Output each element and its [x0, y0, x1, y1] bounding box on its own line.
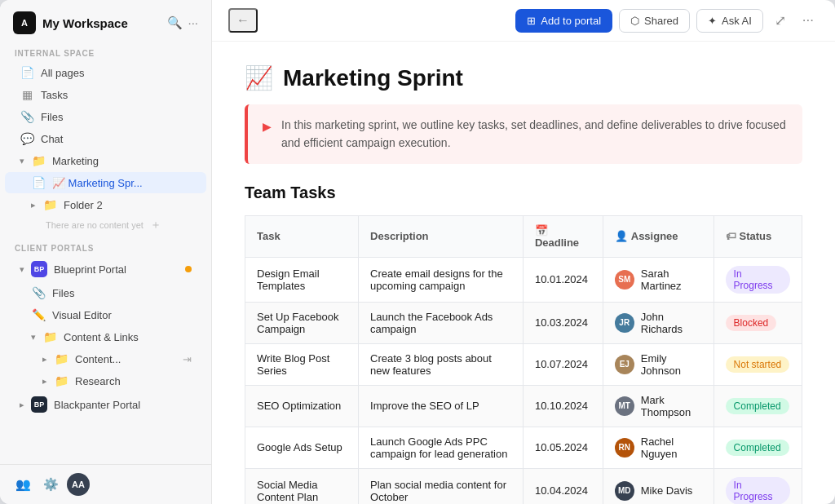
sidebar-item-all-pages[interactable]: 📄 All pages — [5, 62, 206, 83]
chevron-down-icon: ▾ — [20, 156, 24, 166]
folder-icon: 📁 — [31, 154, 46, 167]
cell-task-0: Design Email Templates — [245, 257, 359, 302]
blueprint-portal-avatar: BP — [31, 261, 47, 277]
assignee-name-3: Mark Thompson — [641, 394, 702, 418]
main-content: 📈 Marketing Sprint ▶ In this marketing s… — [212, 42, 835, 504]
sidebar-item-content-links[interactable]: ▾ 📁 Content & Links — [5, 326, 206, 347]
cell-desc-1: Launch the Facebook Ads campaign — [359, 302, 524, 343]
cell-deadline-2: 10.07.2024 — [523, 343, 603, 385]
portal-notification-dot — [185, 266, 192, 272]
content-link-icon: ⇥ — [183, 353, 192, 365]
table-row: Design Email Templates Create email desi… — [245, 257, 802, 302]
cell-status-0: In Progress — [714, 257, 802, 302]
assignee-name-4: Rachel Nguyen — [641, 435, 702, 460]
add-content-button[interactable]: ＋ — [150, 218, 161, 232]
nav-label-blueprint: Blueprint Portal — [54, 263, 179, 276]
nav-label-content-links: Content & Links — [64, 331, 192, 343]
sidebar-nav: INTERNAL SPACE 📄 All pages ▦ Tasks 📎 Fil… — [0, 41, 211, 464]
more-icon[interactable]: ··· — [188, 15, 198, 30]
sidebar-item-marketing[interactable]: ▾ 📁 Marketing — [5, 150, 206, 171]
cell-desc-2: Create 3 blog posts about new features — [359, 343, 524, 385]
col-header-status: 🏷Status — [714, 215, 802, 257]
cell-deadline-3: 10.10.2024 — [523, 385, 603, 427]
sidebar-item-blueprint-portal[interactable]: ▾ BP Blueprint Portal — [5, 257, 206, 281]
col-header-task: Task — [245, 215, 359, 257]
chevron-right-icon-blackpanter: ▸ — [20, 400, 24, 410]
nav-label-research: Research — [75, 375, 192, 387]
nav-label-visual-editor: Visual Editor — [52, 309, 192, 321]
assignee-avatar-4: RN — [615, 438, 634, 458]
client-portals-label: CLIENT PORTALS — [0, 234, 211, 256]
user-avatar[interactable]: AA — [67, 473, 90, 496]
add-to-portal-button[interactable]: ⊞ Add to portal — [515, 9, 612, 33]
expand-button[interactable]: ⤢ — [770, 9, 791, 33]
folder2-icon: 📁 — [42, 198, 57, 211]
no-content-row: There are no content yet ＋ — [0, 216, 211, 234]
sidebar-item-content-sub[interactable]: ▸ 📁 Content... ⇥ — [5, 348, 206, 369]
no-content-text: There are no content yet — [46, 220, 144, 230]
task-table: Task Description 📅Deadline 👤Assignee 🏷St… — [245, 215, 802, 504]
settings-icon[interactable]: ⚙️ — [39, 473, 62, 496]
search-icon[interactable]: 🔍 — [167, 15, 183, 30]
ai-icon: ✦ — [708, 15, 717, 27]
cell-assignee-0: SM Sarah Martinez — [603, 257, 714, 302]
chat-icon: 💬 — [20, 132, 34, 145]
table-header-row: Task Description 📅Deadline 👤Assignee 🏷St… — [245, 215, 802, 257]
sidebar-item-research[interactable]: ▸ 📁 Research — [5, 370, 206, 391]
sidebar-item-portal-files[interactable]: 📎 Files — [5, 282, 206, 303]
sidebar-item-visual-editor[interactable]: ✏️ Visual Editor — [5, 304, 206, 325]
shared-label: Shared — [644, 15, 678, 27]
more-options-button[interactable]: ··· — [797, 9, 819, 32]
cell-task-4: Google Ads Setup — [245, 427, 359, 468]
sidebar-item-blackpanter[interactable]: ▸ BP Blackpanter Portal — [5, 392, 206, 417]
visual-editor-icon: ✏️ — [31, 308, 46, 321]
status-badge-3: Completed — [726, 398, 789, 414]
portal-files-icon: 📎 — [31, 286, 46, 299]
page-description-text: In this marketing sprint, we outline key… — [281, 116, 788, 153]
chevron-right-icon-research: ▸ — [42, 376, 47, 387]
team-icon[interactable]: 👥 — [11, 473, 34, 496]
table-row: Social Media Content Plan Plan social me… — [245, 468, 802, 504]
back-button[interactable]: ← — [228, 8, 258, 33]
cell-task-2: Write Blog Post Series — [245, 343, 359, 385]
sidebar-item-folder2[interactable]: ▸ 📁 Folder 2 — [5, 194, 206, 215]
page-icon: 📄 — [20, 66, 34, 79]
assignee-name-5: Mike Davis — [641, 484, 693, 497]
content-sub-icon: 📁 — [54, 352, 68, 365]
status-badge-0: In Progress — [726, 266, 790, 294]
status-badge-5: In Progress — [726, 477, 790, 504]
assignee-avatar-3: MT — [615, 396, 634, 416]
nav-label-marketing-sprint: 📈 Marketing Spr... — [52, 177, 192, 189]
main-panel: ← ⊞ Add to portal ⬡ Shared ✦ Ask AI ⤢ ··… — [212, 0, 835, 504]
cell-desc-5: Plan social media content for October — [359, 468, 524, 504]
sidebar-item-files[interactable]: 📎 Files — [5, 106, 206, 127]
files-icon: 📎 — [20, 110, 34, 123]
cell-deadline-1: 10.03.2024 — [523, 302, 603, 343]
nav-label-marketing: Marketing — [52, 155, 192, 167]
tasks-icon: ▦ — [20, 88, 34, 101]
team-tasks-title: Team Tasks — [245, 183, 802, 202]
status-badge-1: Blocked — [726, 315, 777, 331]
page-title: Marketing Sprint — [283, 65, 463, 91]
ask-ai-button[interactable]: ✦ Ask AI — [696, 9, 763, 33]
sidebar-top-actions: 🔍 ··· — [167, 15, 198, 30]
cell-deadline-4: 10.05.2024 — [523, 427, 603, 468]
nav-label-tasks: Tasks — [41, 89, 192, 101]
cell-deadline-5: 10.04.2024 — [523, 468, 603, 504]
cell-task-3: SEO Optimization — [245, 385, 359, 427]
nav-label-files: Files — [41, 111, 192, 123]
assignee-avatar-2: EJ — [615, 355, 634, 374]
sidebar-item-tasks[interactable]: ▦ Tasks — [5, 84, 206, 105]
col-header-deadline: 📅Deadline — [523, 215, 603, 257]
sidebar: A My Workspace 🔍 ··· INTERNAL SPACE 📄 Al… — [0, 0, 212, 504]
workspace-avatar: A — [13, 11, 36, 34]
shared-button[interactable]: ⬡ Shared — [619, 9, 690, 33]
nav-label-content-sub: Content... — [75, 353, 176, 365]
add-to-portal-label: Add to portal — [541, 15, 601, 27]
nav-label-chat: Chat — [41, 133, 192, 145]
sidebar-item-marketing-sprint[interactable]: 📄 📈 Marketing Spr... — [5, 172, 206, 193]
cell-assignee-4: RN Rachel Nguyen — [603, 427, 714, 468]
sidebar-item-chat[interactable]: 💬 Chat — [5, 128, 206, 149]
portal-btn-icon: ⊞ — [527, 15, 536, 27]
cell-desc-4: Launch Google Ads PPC campaign for lead … — [359, 427, 524, 468]
